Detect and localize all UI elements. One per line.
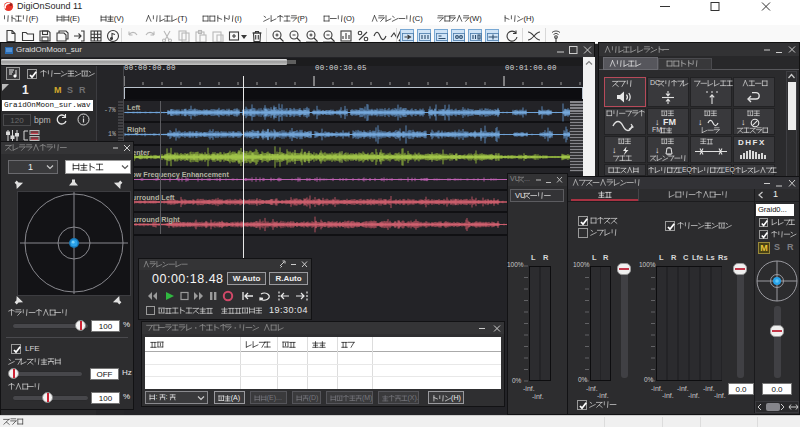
svg-text::: : [166,393,168,400]
svg-text:(E)...: (E)... [267,394,282,402]
svg-text:(X)...: (X)... [408,394,420,402]
svg-text:(M)...: (M)... [362,394,373,402]
svg-text:(H): (H) [451,394,461,402]
svg-text:(A): (A) [231,394,240,402]
svg-text:(D): (D) [309,394,319,402]
svg-text::: : [155,393,157,400]
